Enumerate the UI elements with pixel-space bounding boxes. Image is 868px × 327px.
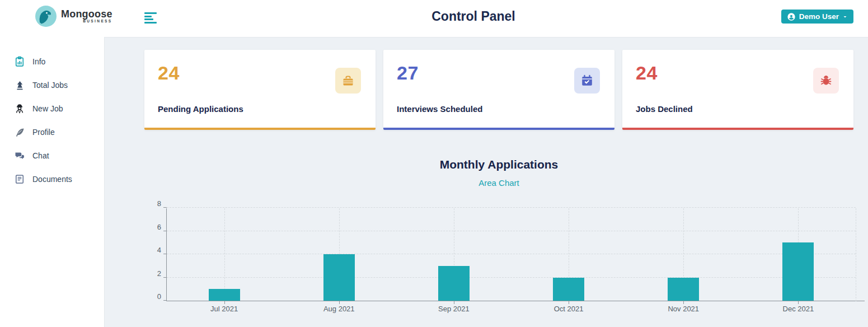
sidebar-item-new-job[interactable]: New Job [0, 97, 104, 120]
x-axis-label: Aug 2021 [314, 305, 364, 313]
y-axis-tick [163, 207, 167, 208]
sidebar-item-label: Profile [32, 128, 55, 137]
caret-down-icon [842, 14, 848, 20]
stat-value: 24 [636, 62, 658, 84]
sidebar-item-info[interactable]: Info [0, 50, 104, 73]
stat-value: 24 [158, 62, 180, 84]
mongoose-logo-icon [35, 5, 57, 27]
worker-icon [14, 103, 25, 114]
y-axis-tick [163, 300, 167, 301]
stat-cards-row: 24 Pending Applications 27 Int [144, 50, 853, 130]
menu-toggle-icon[interactable] [144, 11, 158, 25]
x-axis-tick [339, 301, 340, 304]
x-axis-tick [224, 301, 225, 304]
gridline-vertical [224, 208, 225, 301]
user-menu-button[interactable]: Demo User [781, 10, 853, 24]
stat-label: Jobs Declined [636, 104, 693, 114]
user-menu-label: Demo User [799, 12, 839, 21]
arrow-up-icon [14, 80, 25, 91]
stat-value: 27 [397, 62, 419, 84]
chart-bar [209, 289, 240, 301]
x-axis-label: Jul 2021 [199, 305, 250, 313]
sidebar-item-documents[interactable]: Documents [0, 167, 104, 191]
sidebar-item-label: Info [32, 57, 45, 66]
x-axis-label: Sep 2021 [429, 305, 479, 313]
gridline-horizontal [167, 254, 856, 254]
gridline-horizontal [167, 207, 856, 208]
sidebar-nav: Info Total Jobs New Job [0, 37, 104, 327]
y-axis-tick [163, 277, 167, 278]
sidebar-item-label: New Job [32, 104, 63, 113]
y-axis-label: 0 [147, 292, 161, 301]
plot-right-boundary [856, 208, 856, 301]
y-axis-tick [163, 254, 167, 254]
brand-name: Mongoose [61, 9, 112, 19]
stat-card-interviews-scheduled: 27 Interviews Scheduled [383, 50, 614, 130]
sidebar-item-profile[interactable]: Profile [0, 120, 104, 144]
sidebar-item-label: Total Jobs [32, 81, 68, 90]
y-axis-tick [163, 231, 167, 231]
feather-icon [14, 127, 25, 138]
gridline-horizontal [167, 231, 856, 231]
stat-card-pending-applications: 24 Pending Applications [144, 50, 376, 130]
stat-label: Pending Applications [158, 104, 243, 114]
monthly-applications-chart: 02468Jul 2021Aug 2021Sep 2021Oct 2021Nov… [166, 208, 865, 301]
sidebar-item-chat[interactable]: Chat [0, 144, 104, 167]
brand-subtitle: BUSINESS [83, 20, 112, 24]
x-axis-label: Oct 2021 [543, 305, 594, 313]
chat-bubbles-icon [14, 150, 25, 161]
chart-type-link[interactable]: Area Chart [478, 178, 519, 188]
page-title: Control Panel [431, 9, 515, 24]
bug-icon [813, 68, 839, 94]
gridline-horizontal [167, 277, 856, 278]
sidebar-item-label: Documents [32, 175, 72, 184]
chart-bar [438, 266, 470, 301]
chart-title: Monthly Applications [144, 158, 853, 171]
person-circle-icon [787, 12, 796, 21]
y-axis-label: 8 [147, 199, 161, 208]
top-bar: Mongoose BUSINESS Control Panel Demo Use… [0, 0, 868, 37]
x-axis-tick [569, 301, 569, 304]
x-axis-tick [683, 301, 684, 304]
chart-clipboard-icon [14, 56, 25, 67]
y-axis-label: 6 [147, 222, 161, 231]
main-content: 24 Pending Applications 27 Int [104, 37, 868, 327]
calendar-check-icon [574, 68, 600, 94]
y-axis-label: 2 [147, 269, 161, 277]
sidebar-item-label: Chat [32, 151, 49, 160]
clipboard-lines-icon [14, 174, 25, 185]
x-axis-label: Nov 2021 [658, 305, 709, 313]
chart-bar [782, 242, 814, 301]
x-axis-label: Dec 2021 [773, 305, 823, 313]
stat-label: Interviews Scheduled [397, 104, 482, 114]
briefcase-icon [335, 68, 361, 94]
chart-bar [323, 254, 355, 301]
y-axis-label: 4 [147, 246, 161, 254]
mongoose-logo[interactable]: Mongoose BUSINESS [35, 5, 112, 27]
x-axis-tick [454, 301, 454, 304]
chart-bar [668, 278, 699, 301]
chart-bar [553, 278, 584, 301]
x-axis-tick [798, 301, 799, 304]
sidebar-item-total-jobs[interactable]: Total Jobs [0, 73, 104, 97]
stat-card-jobs-declined: 24 Jobs Declined [622, 50, 853, 130]
